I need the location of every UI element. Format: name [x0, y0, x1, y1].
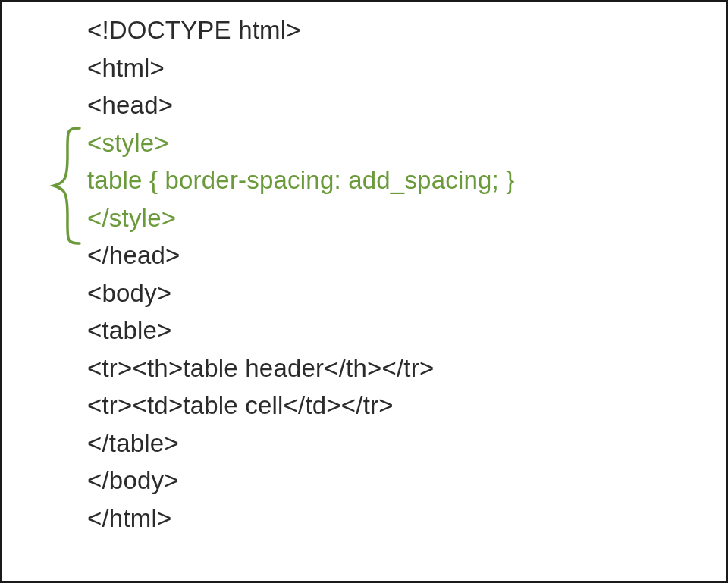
code-line-highlight: table { border-spacing: add_spacing; }	[87, 161, 726, 199]
code-line-highlight: <style>	[87, 124, 726, 162]
code-frame: <!DOCTYPE html> <html> <head> <style> ta…	[0, 0, 728, 583]
code-line: <table>	[87, 312, 726, 349]
code-line: <tr><td>table cell</td></tr>	[87, 387, 726, 425]
code-line: <!DOCTYPE html>	[87, 11, 726, 49]
code-line: <tr><th>table header</th></tr>	[87, 349, 726, 387]
code-line: </head>	[87, 237, 726, 274]
code-line: </html>	[87, 500, 726, 538]
code-line: <html>	[87, 49, 726, 87]
code-line: </body>	[87, 462, 726, 500]
code-line: </table>	[87, 425, 726, 462]
code-block: <!DOCTYPE html> <html> <head> <style> ta…	[87, 11, 726, 537]
code-line-highlight: </style>	[87, 199, 726, 237]
code-line: <body>	[87, 274, 726, 312]
code-line: <head>	[87, 86, 726, 124]
curly-bracket-icon	[49, 125, 83, 246]
